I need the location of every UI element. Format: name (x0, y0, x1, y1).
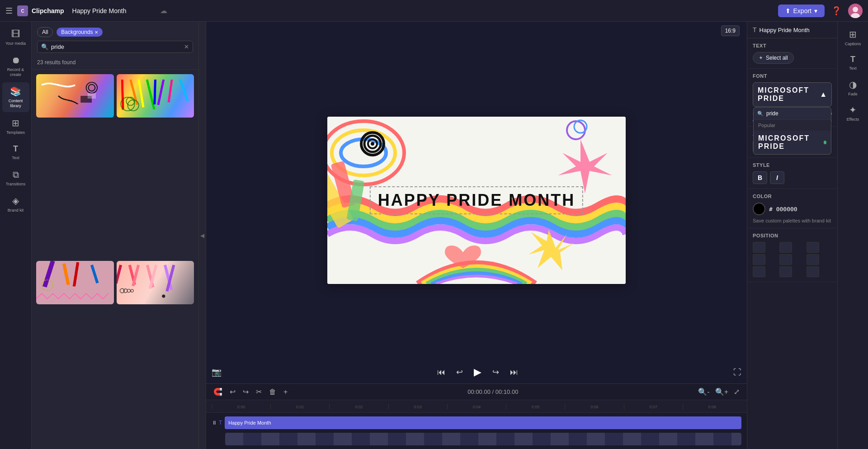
skip-back-button[interactable]: ⏮ (435, 366, 447, 379)
track-pause-button[interactable]: ⏸ (212, 420, 217, 426)
fit-timeline-button[interactable]: ⤢ (732, 387, 741, 397)
font-item-active-dot (824, 141, 826, 144)
player-controls: 📷 ⏮ ↩ ▶ ↪ ⏭ ⛶ (206, 361, 747, 383)
left-sidebar: 🎞 Your media ⏺ Record & create 📚 Content… (0, 22, 32, 449)
record-create-icon: ⏺ (11, 55, 20, 66)
skip-forward-button[interactable]: ⏭ (508, 366, 520, 379)
sidebar-item-transitions[interactable]: ⧉ Transitions (2, 166, 29, 190)
sidebar-item-templates[interactable]: ⊞ Templates (2, 114, 29, 139)
track-row-media (212, 431, 741, 447)
pos-top-left[interactable] (753, 242, 765, 253)
canvas-title-text[interactable]: HAPPY PRIDE MONTH (370, 186, 583, 214)
add-media-button[interactable]: + (282, 387, 289, 397)
app-name: Clipchamp (32, 7, 64, 14)
redo-button[interactable]: ↪ (241, 387, 250, 397)
collapse-handle[interactable]: ◀ (199, 22, 206, 449)
track-row-text: ⏸ T Happy Pride Month (212, 415, 741, 431)
right-text-icon: T (850, 55, 855, 64)
rewind-button[interactable]: ↩ (454, 365, 465, 379)
export-button[interactable]: ⬆ Export ▾ (778, 5, 825, 17)
pos-bot-center[interactable] (779, 266, 792, 277)
aspect-ratio-badge: 16:9 (721, 25, 740, 36)
thumb-canvas-1 (36, 74, 114, 118)
right-tool-effects[interactable]: ✦ Effects (840, 101, 866, 126)
magnetic-snap-button[interactable]: 🧲 (212, 387, 224, 397)
ruler-ticks: 0:00 0:01 0:02 0:03 0:04 0:05 0:06 0:07 … (212, 404, 741, 409)
user-avatar[interactable] (848, 4, 863, 18)
sidebar-item-content-library[interactable]: 📚 Content library (2, 82, 29, 112)
background-thumb-4[interactable] (117, 261, 194, 304)
play-button[interactable]: ▶ (472, 364, 483, 380)
pos-mid-left[interactable] (753, 254, 765, 265)
zoom-in-button[interactable]: 🔍+ (713, 387, 730, 397)
right-tool-text[interactable]: T Text (840, 51, 866, 75)
hamburger-icon[interactable]: ☰ (5, 6, 13, 16)
filter-all-button[interactable]: All (37, 27, 53, 37)
delete-button[interactable]: 🗑 (267, 387, 278, 397)
pos-mid-center[interactable] (779, 254, 792, 265)
font-search-box: 🔍 (754, 108, 831, 120)
middle-section: All Backgrounds ✕ 🔍 ✕ 23 results found (32, 22, 747, 449)
filter-row: All Backgrounds ✕ (37, 27, 193, 37)
templates-icon: ⊞ (12, 118, 19, 128)
pos-top-center[interactable] (779, 242, 792, 253)
right-tools-panel: ⊞ Captions T Text ◑ Fade ✦ Effects (837, 22, 868, 449)
fullscreen-button[interactable]: ⛶ (731, 366, 743, 379)
right-tool-fade[interactable]: ◑ Fade (840, 76, 866, 100)
select-all-label: Select all (766, 55, 788, 61)
pos-mid-right[interactable] (807, 254, 819, 265)
italic-button[interactable]: I (770, 171, 784, 184)
project-title-input[interactable] (72, 7, 154, 14)
ruler-tick-7: 0:07 (624, 404, 683, 409)
help-icon[interactable]: ❓ (829, 4, 844, 18)
right-tool-captions[interactable]: ⊞ Captions (840, 25, 866, 50)
filter-close-icon[interactable]: ✕ (94, 30, 98, 35)
background-thumb-3[interactable] (36, 261, 114, 304)
content-library-icon: 📚 (10, 86, 21, 97)
position-grid (753, 242, 832, 277)
select-all-button[interactable]: ✦ Select all (753, 52, 794, 64)
pos-bot-left[interactable] (753, 266, 765, 277)
font-search-input[interactable] (766, 110, 827, 117)
font-dropdown-open: 🔍 Popular MICROSOFT PRIDE (753, 107, 831, 155)
color-swatch[interactable] (753, 203, 765, 215)
pos-top-right[interactable] (807, 242, 819, 253)
sidebar-item-text[interactable]: T Text (2, 141, 29, 164)
color-section: Color # 000000 Save custom palettes with… (747, 189, 837, 228)
props-title-icon: T (753, 26, 757, 33)
sidebar-item-brand-kit[interactable]: ◈ Brand kit (2, 192, 29, 217)
forward-button[interactable]: ↪ (491, 365, 501, 379)
screenshot-button[interactable]: 📷 (210, 365, 223, 379)
search-input[interactable] (51, 43, 181, 50)
color-section-title: Color (753, 194, 832, 199)
track-strip (225, 433, 741, 445)
zoom-controls: 🔍- 🔍+ ⤢ (696, 387, 741, 397)
sidebar-item-record-create[interactable]: ⏺ Record & create (2, 52, 29, 81)
clear-search-icon[interactable]: ✕ (184, 43, 189, 50)
pos-bot-right[interactable] (807, 266, 819, 277)
track-clip-text[interactable]: Happy Pride Month (225, 416, 741, 429)
undo-button[interactable]: ↩ (228, 387, 237, 397)
font-select-dropdown[interactable]: MICROSOFT PRIDE ▲ 🔍 Popular MICROSOFT PR… (753, 82, 832, 107)
right-tool-effects-label: Effects (847, 117, 859, 122)
bold-button[interactable]: B (753, 171, 767, 184)
font-search-icon: 🔍 (757, 111, 764, 117)
sidebar-item-label-text: Text (12, 156, 19, 161)
style-section: Style B I (747, 158, 837, 189)
font-dropdown-arrow: ▲ (820, 90, 827, 99)
captions-icon: ⊞ (849, 29, 857, 40)
cloud-save-icon: ☁ (160, 6, 167, 15)
collapse-arrow-icon: ◀ (200, 232, 204, 239)
filter-backgrounds-chip[interactable]: Backgrounds ✕ (57, 28, 103, 37)
sidebar-item-your-media[interactable]: 🎞 Your media (2, 25, 29, 50)
font-dropdown-item-microsoft-pride[interactable]: MICROSOFT PRIDE (754, 131, 831, 154)
ruler-tick-3: 0:03 (388, 404, 447, 409)
props-title-text: Happy Pride Month (760, 27, 810, 33)
track-clip-media[interactable] (225, 433, 741, 445)
background-thumb-2[interactable] (117, 74, 194, 118)
cut-button[interactable]: ✂ (254, 387, 264, 397)
track-type-text-icon: T (219, 420, 222, 426)
save-palettes-link[interactable]: Save custom palettes with brand kit (753, 218, 832, 223)
background-thumb-1[interactable] (36, 74, 114, 118)
zoom-out-button[interactable]: 🔍- (696, 387, 711, 397)
